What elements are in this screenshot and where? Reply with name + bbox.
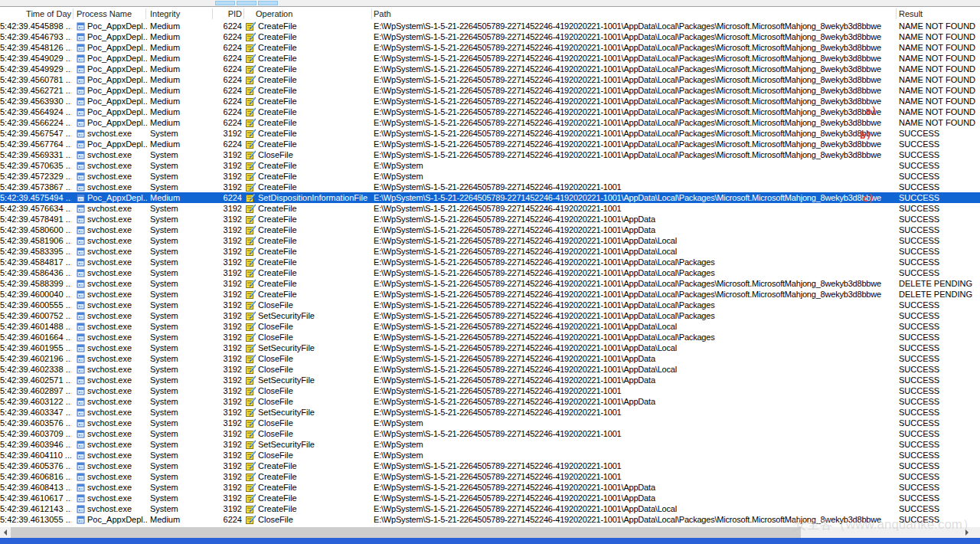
column-divider[interactable]	[371, 8, 372, 19]
result-cell: SUCCESS	[899, 450, 978, 460]
result-cell: SUCCESS	[899, 493, 978, 503]
table-row[interactable]: 5:42:39.4602897 ... svchost.exe System 3…	[0, 385, 980, 396]
table-row[interactable]: 5:42:39.4549029 ... Poc_AppxDepl... Medi…	[0, 53, 980, 64]
toolbar-button-highlight[interactable]	[215, 1, 235, 5]
table-row[interactable]: 5:42:39.4605376 ... svchost.exe System 3…	[0, 460, 980, 471]
pid-cell: 3192	[213, 224, 242, 235]
file-operation-icon	[246, 204, 256, 213]
table-row[interactable]: 5:42:39.4601488 ... svchost.exe System 3…	[0, 321, 980, 332]
table-row[interactable]: 5:42:39.4572329 ... svchost.exe System 3…	[0, 171, 980, 182]
application-window-icon	[77, 355, 85, 363]
application-window-icon	[77, 33, 85, 41]
file-operation-icon	[246, 311, 256, 320]
column-header-process-name[interactable]: Process Name	[77, 7, 147, 21]
table-row[interactable]: 5:42:39.4562721 ... Poc_AppxDepl... Medi…	[0, 85, 980, 96]
process-cell: svchost.exe	[77, 235, 147, 246]
path-cell: E:\WpSystem\S-1-5-21-2264505789-22714522…	[374, 128, 896, 139]
table-row[interactable]: 5:42:39.4601664 ... svchost.exe System 3…	[0, 332, 980, 342]
application-window-icon	[77, 97, 85, 106]
file-operation-icon	[246, 182, 256, 192]
table-row[interactable]: 5:42:39.4602338 ... svchost.exe System 3…	[0, 364, 980, 375]
process-name: svchost.exe	[87, 418, 132, 428]
table-row[interactable]: 5:42:39.4606816 ... svchost.exe System 3…	[0, 471, 980, 482]
file-operation-icon	[246, 386, 256, 395]
time-cell: 5:42:39.4567764 ...	[0, 139, 71, 149]
table-row[interactable]: 5:42:39.4566224 ... Poc_AppxDepl... Medi…	[0, 117, 980, 128]
toolbar-button-highlight[interactable]	[258, 1, 278, 5]
process-name: Poc_AppxDepl...	[87, 514, 147, 525]
table-row[interactable]: 5:42:39.4576634 ... svchost.exe System 3…	[0, 203, 980, 214]
column-divider[interactable]	[145, 8, 146, 19]
integrity-cell: Medium	[150, 42, 213, 53]
column-header-pid[interactable]: PID	[213, 7, 242, 21]
operation-name: CloseFile	[258, 300, 293, 310]
result-cell: SUCCESS	[899, 300, 978, 310]
table-row[interactable]: 5:42:39.4548126 ... Poc_AppxDepl... Medi…	[0, 42, 980, 53]
table-row[interactable]: 5:42:39.4567547 ... svchost.exe System 3…	[0, 128, 980, 139]
application-window-icon	[77, 473, 85, 481]
table-row[interactable]: 5:42:39.4564924 ... Poc_AppxDepl... Medi…	[0, 107, 980, 117]
process-name: svchost.exe	[87, 385, 132, 396]
file-operation-icon	[246, 86, 256, 95]
column-divider[interactable]	[212, 8, 213, 19]
column-divider[interactable]	[896, 8, 897, 19]
file-operation-icon	[246, 257, 256, 267]
column-header-operation[interactable]: Operation	[256, 7, 371, 21]
table-row[interactable]: 5:42:39.4575494 ... Poc_AppxDepl... Medi…	[0, 192, 980, 203]
scrollbar-thumb[interactable]	[11, 527, 801, 538]
table-row[interactable]: 5:42:39.4560781 ... Poc_AppxDepl... Medi…	[0, 74, 980, 85]
result-cell: SUCCESS	[899, 418, 978, 428]
column-divider[interactable]	[243, 8, 244, 19]
table-row[interactable]: 5:42:39.4602196 ... svchost.exe System 3…	[0, 353, 980, 364]
table-row[interactable]: 5:42:39.4584817 ... svchost.exe System 3…	[0, 257, 980, 267]
table-row[interactable]: 5:42:39.4603576 ... svchost.exe System 3…	[0, 418, 980, 428]
table-row[interactable]: 5:42:39.4604110 ... svchost.exe System 3…	[0, 450, 980, 460]
column-header-path[interactable]: Path	[374, 7, 896, 21]
table-row[interactable]: 5:42:39.4578491 ... svchost.exe System 3…	[0, 214, 980, 224]
table-row[interactable]: 5:42:39.4570635 ... svchost.exe System 3…	[0, 160, 980, 171]
table-row[interactable]: 5:42:39.4573867 ... svchost.exe System 3…	[0, 182, 980, 192]
table-row[interactable]: 5:42:39.4580600 ... svchost.exe System 3…	[0, 224, 980, 235]
table-row[interactable]: 5:42:39.4603347 ... svchost.exe System 3…	[0, 407, 980, 418]
integrity-cell: Medium	[150, 107, 213, 117]
path-cell: E:\WpSystem\S-1-5-21-2264505789-22714522…	[374, 64, 896, 74]
table-row[interactable]: 5:42:39.4608413 ... svchost.exe System 3…	[0, 482, 980, 493]
operation-cell: CreateFile	[246, 214, 371, 224]
table-row[interactable]: 5:42:39.4549929 ... Poc_AppxDepl... Medi…	[0, 64, 980, 74]
table-row[interactable]: 5:42:39.4546793 ... Poc_AppxDepl... Medi…	[0, 31, 980, 42]
result-cell: SUCCESS	[899, 342, 978, 353]
table-row[interactable]: 5:42:39.4581906 ... svchost.exe System 3…	[0, 235, 980, 246]
path-cell: E:\WpSystem\S-1-5-21-2264505789-22714522…	[374, 493, 896, 503]
table-row[interactable]: 5:42:39.4600040 ... svchost.exe System 3…	[0, 289, 980, 300]
operation-name: CreateFile	[258, 31, 297, 42]
column-header-time-of-day[interactable]: Time of Day	[0, 7, 74, 21]
process-name: svchost.exe	[87, 493, 132, 503]
time-cell: 5:42:39.4560781 ...	[0, 74, 71, 85]
table-row[interactable]: 5:42:39.4601955 ... svchost.exe System 3…	[0, 342, 980, 353]
table-row[interactable]: 5:42:39.4586436 ... svchost.exe System 3…	[0, 267, 980, 278]
table-row[interactable]: 5:42:39.4563930 ... Poc_AppxDepl... Medi…	[0, 96, 980, 107]
table-row[interactable]: 5:42:39.4603122 ... svchost.exe System 3…	[0, 396, 980, 407]
path-cell: E:\WpSystem\S-1-5-21-2264505789-22714522…	[374, 31, 896, 42]
table-row[interactable]: 5:42:39.4603709 ... svchost.exe System 3…	[0, 428, 980, 439]
integrity-cell: System	[150, 257, 213, 267]
toolbar-button-highlight[interactable]	[237, 1, 256, 5]
table-row[interactable]: 5:42:39.4600555 ... svchost.exe System 3…	[0, 300, 980, 310]
table-row[interactable]: 5:42:39.4545898 ... Poc_AppxDepl... Medi…	[0, 21, 980, 31]
table-row[interactable]: 5:42:39.4588399 ... svchost.exe System 3…	[0, 278, 980, 289]
table-row[interactable]: 5:42:39.4567764 ... Poc_AppxDepl... Medi…	[0, 139, 980, 149]
table-row[interactable]: 5:42:39.4610617 ... svchost.exe System 3…	[0, 493, 980, 503]
table-row[interactable]: 5:42:39.4602571 ... svchost.exe System 3…	[0, 375, 980, 385]
column-header-result[interactable]: Result	[899, 7, 978, 21]
path-cell: E:\WpSystem	[374, 450, 896, 460]
column-header-integrity[interactable]: Integrity	[150, 7, 213, 21]
table-row[interactable]: 5:42:39.4569331 ... svchost.exe System 3…	[0, 149, 980, 160]
table-row[interactable]: 5:42:39.4583395 ... svchost.exe System 3…	[0, 246, 980, 257]
table-row[interactable]: 5:42:39.4612143 ... svchost.exe System 3…	[0, 503, 980, 514]
table-row[interactable]: 5:42:39.4600752 ... svchost.exe System 3…	[0, 310, 980, 321]
column-divider[interactable]	[73, 8, 74, 19]
watermark: 安全客（www.anquanke.com）	[794, 516, 975, 533]
operation-name: SetSecurityFile	[258, 310, 315, 321]
scroll-left-button[interactable]	[0, 527, 11, 538]
table-row[interactable]: 5:42:39.4603946 ... svchost.exe System 3…	[0, 439, 980, 450]
